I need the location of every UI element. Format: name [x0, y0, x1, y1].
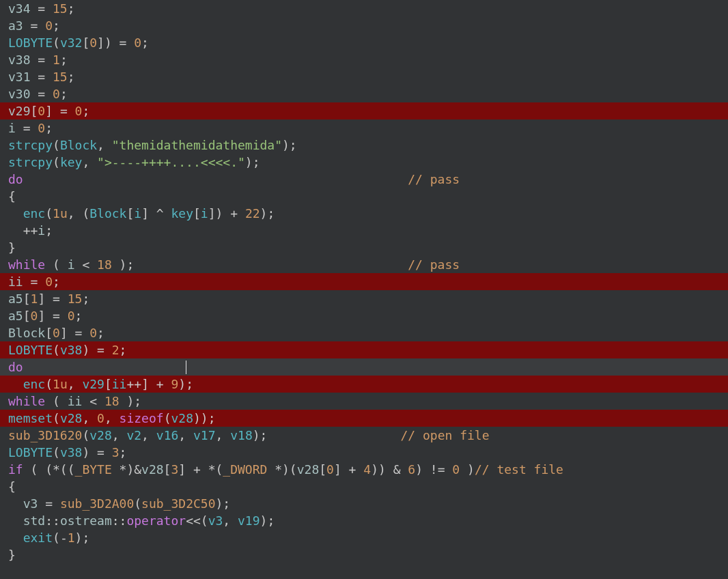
- code-token: sub_3D1620: [8, 428, 82, 442]
- code-line[interactable]: {: [0, 188, 728, 205]
- code-line[interactable]: sub_3D1620(v28, v2, v16, v17, v18); // o…: [0, 427, 728, 444]
- code-token: ">----++++....<<<<.": [97, 155, 245, 169]
- code-line[interactable]: while ( i < 18 ); // pass: [0, 256, 728, 273]
- code-token: =: [38, 496, 60, 511]
- code-line[interactable]: }: [0, 239, 728, 256]
- code-token: {: [8, 189, 16, 203]
- code-token: // open file: [400, 428, 489, 442]
- code-line[interactable]: {: [0, 478, 728, 495]
- code-token: ));: [193, 411, 216, 425]
- code-token: )) &: [371, 462, 408, 477]
- code-token: =: [31, 1, 53, 16]
- code-token: 0: [38, 104, 45, 118]
- code-token: );: [112, 257, 135, 272]
- code-token: );: [253, 428, 268, 442]
- code-line[interactable]: ii = 0;: [0, 273, 728, 290]
- code-line[interactable]: enc(1u, (Block[i] ^ key[i]) + 22);: [0, 205, 728, 222]
- code-token: _BYTE: [75, 462, 112, 477]
- code-line[interactable]: do: [0, 358, 728, 376]
- text-caret: [186, 360, 186, 374]
- code-token: ): [460, 462, 475, 477]
- code-token: =: [23, 18, 46, 33]
- code-token: std: [23, 513, 46, 528]
- code-token: exit: [23, 531, 53, 545]
- code-token: );: [245, 155, 260, 169]
- code-line[interactable]: v29[0] = 0;: [0, 102, 728, 119]
- code-token: (: [53, 445, 60, 460]
- code-token: while: [8, 394, 45, 408]
- code-line[interactable]: v31 = 15;: [0, 68, 728, 85]
- code-token: ii: [112, 377, 127, 391]
- code-token: 22: [245, 206, 260, 221]
- code-token: ]) +: [208, 206, 245, 221]
- code-line[interactable]: std::ostream::operator<<(v3, v19);: [0, 512, 728, 529]
- code-token: Block: [8, 326, 45, 340]
- code-line[interactable]: LOBYTE(v38) = 3;: [0, 444, 728, 461]
- code-token: v16: [156, 428, 179, 442]
- code-token: ;: [53, 18, 60, 33]
- code-token: ,: [104, 411, 120, 425]
- code-token: i: [8, 121, 16, 135]
- code-token: [267, 428, 400, 442]
- code-token: 15: [53, 70, 68, 84]
- code-line[interactable]: strcpy(Block, "themidathemidathemida");: [0, 137, 728, 154]
- code-token: 6: [408, 462, 415, 477]
- code-line[interactable]: }: [0, 546, 728, 563]
- code-line[interactable]: a5[0] = 0;: [0, 307, 728, 324]
- code-line[interactable]: memset(v28, 0, sizeof(v28));: [0, 410, 728, 427]
- code-token: ;: [82, 292, 89, 306]
- code-token: i: [38, 223, 45, 238]
- code-token: 9: [171, 377, 179, 391]
- code-token: 0: [68, 309, 75, 323]
- code-token: v28: [60, 411, 83, 425]
- code-line[interactable]: LOBYTE(v38) = 2;: [0, 341, 728, 358]
- code-line[interactable]: strcpy(key, ">----++++....<<<<.");: [0, 154, 728, 171]
- code-token: [8, 496, 23, 511]
- code-token: (: [82, 428, 89, 442]
- code-token: key: [171, 206, 193, 221]
- code-line[interactable]: a3 = 0;: [0, 17, 728, 34]
- code-token: }: [8, 548, 16, 562]
- code-line[interactable]: while ( ii < 18 );: [0, 393, 728, 410]
- code-line[interactable]: exit(-1);: [0, 529, 728, 546]
- code-token: i: [201, 206, 208, 221]
- code-line[interactable]: enc(1u, v29[ii++] + 9);: [0, 376, 728, 393]
- code-line[interactable]: do // pass: [0, 171, 728, 188]
- code-token: v29: [82, 377, 104, 391]
- code-token: =: [31, 70, 53, 84]
- code-line[interactable]: LOBYTE(v32[0]) = 0;: [0, 34, 728, 51]
- code-line[interactable]: v3 = sub_3D2A00(sub_3D2C50);: [0, 495, 728, 512]
- code-token: a5: [8, 292, 23, 306]
- code-token: <: [82, 394, 104, 408]
- code-line[interactable]: a5[1] = 15;: [0, 290, 728, 307]
- code-token: [8, 377, 23, 391]
- code-token: v31: [8, 70, 31, 84]
- code-token: while: [8, 257, 45, 272]
- code-token: ] =: [60, 326, 89, 340]
- code-token: ] + *(: [178, 462, 223, 477]
- code-line[interactable]: ++i;: [0, 222, 728, 239]
- code-line[interactable]: v30 = 0;: [0, 85, 728, 102]
- code-token: // test file: [475, 462, 563, 477]
- code-token: enc: [23, 206, 46, 221]
- code-token: v3: [23, 496, 38, 511]
- code-line[interactable]: v38 = 1;: [0, 51, 728, 68]
- code-token: [: [164, 462, 171, 477]
- code-token: *)&: [112, 462, 141, 477]
- code-token: 0: [97, 411, 104, 425]
- code-line[interactable]: Block[0] = 0;: [0, 324, 728, 341]
- code-token: ,: [82, 155, 97, 169]
- code-token: ) =: [82, 445, 111, 460]
- code-token: v28: [297, 462, 320, 477]
- code-token: ] =: [45, 104, 74, 118]
- decompiler-code-view[interactable]: v34 = 15;a3 = 0;LOBYTE(v32[0]) = 0;v38 =…: [0, 0, 728, 563]
- code-token: );: [260, 206, 275, 221]
- code-token: ] =: [38, 309, 67, 323]
- code-token: [: [45, 326, 53, 340]
- code-line[interactable]: v34 = 15;: [0, 0, 728, 17]
- code-line[interactable]: if ( (*((_BYTE *)&v28[3] + *(_DWORD *)(v…: [0, 461, 728, 478]
- code-token: v29: [8, 104, 31, 118]
- code-line[interactable]: i = 0;: [0, 119, 728, 137]
- code-token: }: [8, 240, 16, 255]
- code-token: 4: [363, 462, 371, 477]
